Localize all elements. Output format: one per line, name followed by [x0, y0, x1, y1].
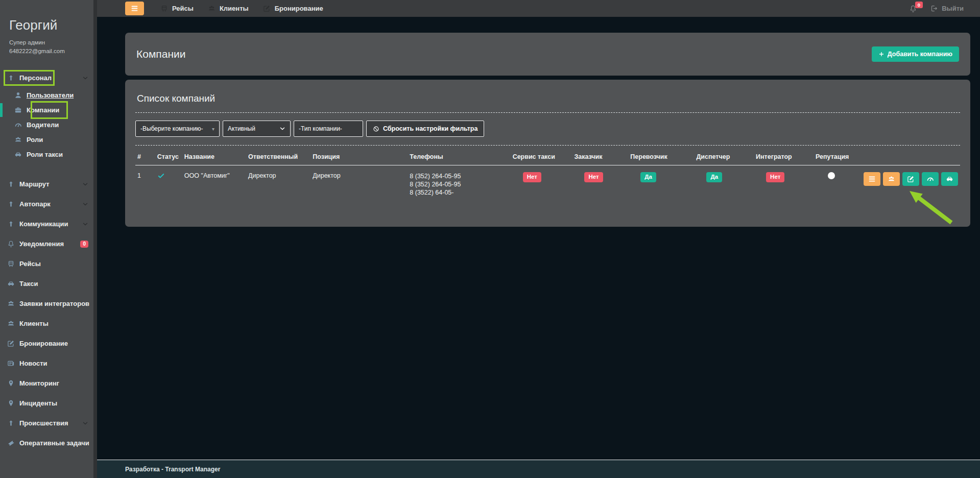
- map-marker-icon: [7, 379, 15, 387]
- sidebar-edge-strip: [93, 0, 97, 478]
- ban-icon: [373, 126, 379, 132]
- add-company-button[interactable]: Добавить компанию: [872, 46, 959, 62]
- users-icon: [14, 136, 22, 144]
- sidebar-item-integrator-requests[interactable]: Заявки интеграторов: [0, 294, 93, 314]
- chevron-down-icon: [82, 75, 88, 81]
- level-up-icon: [7, 419, 15, 427]
- page-header-panel: Компании Добавить компанию: [125, 33, 970, 76]
- col-responsible: Ответственный: [246, 149, 310, 165]
- drivers-button[interactable]: [922, 172, 939, 186]
- newspaper-icon: [7, 360, 15, 367]
- chevron-down-icon: [82, 221, 88, 227]
- taxi-service-badge: Нет: [523, 172, 541, 182]
- details-list-button[interactable]: [864, 172, 880, 186]
- tachometer-icon: [14, 121, 22, 129]
- sidebar-item-monitoring[interactable]: Мониторинг: [0, 373, 93, 393]
- notifications-bell-button[interactable]: 0: [909, 5, 917, 13]
- sidebar-item-personal[interactable]: Персонал: [0, 68, 93, 88]
- page-content: Компании Добавить компанию Список компан…: [97, 17, 980, 460]
- bell-icon: [7, 240, 15, 248]
- sidebar-item-news[interactable]: Новости: [0, 353, 93, 373]
- car-icon: [946, 175, 953, 183]
- sidebar-item-communications[interactable]: Коммуникации: [0, 214, 93, 234]
- col-integrator: Интегратор: [754, 149, 814, 165]
- vehicles-button[interactable]: [941, 172, 958, 186]
- sidebar-item-taxi-roles[interactable]: Роли такси: [0, 147, 93, 162]
- topbar-nav: Рейсы Клиенты Бронирование: [160, 5, 323, 12]
- col-num: #: [135, 149, 155, 165]
- sidebar-item-users[interactable]: Пользователи: [0, 88, 93, 103]
- footer-text: Разработка - Transport Manager: [125, 466, 220, 473]
- col-actions: [862, 149, 960, 165]
- reset-filters-button[interactable]: Сбросить настройки фильтра: [366, 121, 484, 137]
- col-position: Позиция: [310, 149, 408, 165]
- edit-icon: [7, 340, 15, 347]
- reputation-dot: [828, 172, 835, 179]
- notifications-badge: 0: [80, 241, 88, 248]
- users-icon: [888, 175, 895, 183]
- panel-title: Список компаний: [137, 93, 960, 104]
- status-select[interactable]: Активный: [223, 121, 291, 137]
- sidebar-item-companies[interactable]: Компании: [0, 103, 93, 117]
- sidebar-item-clients[interactable]: Клиенты: [0, 314, 93, 333]
- company-select[interactable]: -Выберите компанию- ▾: [135, 121, 220, 137]
- company-users-button[interactable]: [883, 172, 900, 186]
- chevron-down-icon: [82, 201, 88, 207]
- topbar-item-booking[interactable]: Бронирование: [263, 5, 323, 12]
- sidebar-item-drivers[interactable]: Водители: [0, 117, 93, 132]
- user-icon: [14, 91, 22, 99]
- sidebar-item-fleet[interactable]: Автопарк: [0, 194, 93, 214]
- topbar-right: 0 Выйти: [909, 5, 980, 13]
- companies-panel: Список компаний -Выберите компанию- ▾ Ак…: [125, 80, 970, 227]
- sidebar-item-taxi[interactable]: Такси: [0, 274, 93, 294]
- divider: [135, 112, 960, 113]
- tachometer-icon: [926, 175, 934, 183]
- topbar: Рейсы Клиенты Бронирование 0 В: [97, 0, 980, 17]
- level-up-icon: [7, 220, 15, 228]
- sidebar: Георгий Супер админ 6482222@gmail.com Пе…: [0, 0, 93, 478]
- level-up-icon: [7, 200, 15, 208]
- sidebar-item-route[interactable]: Маршрут: [0, 174, 93, 194]
- sidebar-item-booking[interactable]: Бронирование: [0, 333, 93, 353]
- briefcase-icon: [14, 106, 22, 114]
- integrator-badge: Нет: [766, 172, 784, 182]
- sidebar-item-accidents[interactable]: Происшествия: [0, 413, 93, 433]
- col-customer: Заказчик: [572, 149, 628, 165]
- user-name: Георгий: [9, 17, 84, 33]
- chevron-down-icon: [82, 181, 88, 187]
- bus-icon: [7, 260, 15, 268]
- page-title: Компании: [136, 48, 185, 60]
- chevron-down-icon: [82, 420, 88, 426]
- company-name: ООО "Автомиг": [182, 165, 246, 204]
- customer-badge: Нет: [584, 172, 603, 182]
- car-icon: [7, 280, 15, 288]
- company-type-input[interactable]: [294, 121, 363, 137]
- user-profile: Георгий Супер админ 6482222@gmail.com: [0, 0, 93, 68]
- col-carrier: Перевозчик: [628, 149, 694, 165]
- sidebar-item-incidents[interactable]: Инциденты: [0, 393, 93, 413]
- sidebar-item-notifications[interactable]: Уведомления 0: [0, 234, 93, 254]
- sidebar-menu: Персонал Пользователи Компании Водители …: [0, 68, 93, 453]
- sidebar-item-trips[interactable]: Рейсы: [0, 254, 93, 274]
- col-taxi-service: Сервис такси: [511, 149, 572, 165]
- topbar-item-trips[interactable]: Рейсы: [160, 5, 194, 12]
- col-phones: Телефоны: [408, 149, 510, 165]
- user-email: 6482222@gmail.com: [9, 47, 84, 56]
- users-icon: [7, 300, 15, 307]
- edit-company-button[interactable]: [902, 172, 919, 186]
- app-window: Георгий Супер админ 6482222@gmail.com Пе…: [0, 0, 980, 478]
- topbar-item-clients[interactable]: Клиенты: [208, 5, 249, 12]
- sidebar-item-roles[interactable]: Роли: [0, 132, 93, 147]
- car-icon: [14, 151, 22, 158]
- sidebar-item-operational-tasks[interactable]: Оперативные задачи: [0, 433, 93, 453]
- main-area: Рейсы Клиенты Бронирование 0 В: [97, 0, 980, 478]
- row-num: 1: [135, 165, 155, 204]
- dispatcher-badge: Да: [706, 172, 722, 182]
- responsible: Директор: [246, 165, 310, 204]
- check-icon: [157, 172, 165, 180]
- menu-toggle-button[interactable]: [125, 2, 144, 15]
- edit-icon: [263, 5, 271, 12]
- level-up-icon: [7, 74, 15, 82]
- logout-button[interactable]: Выйти: [930, 5, 964, 12]
- users-icon: [208, 5, 216, 12]
